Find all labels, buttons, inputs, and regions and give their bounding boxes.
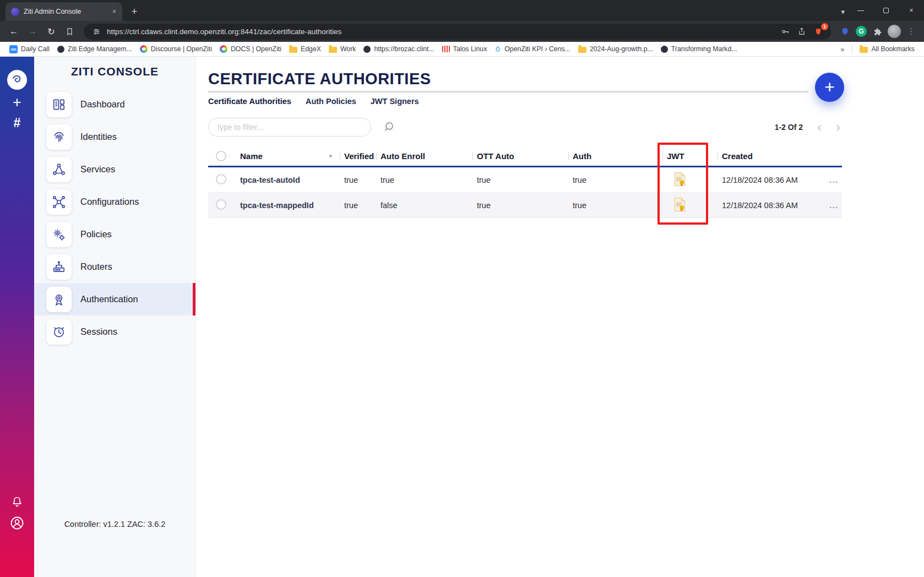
rail-hash-button[interactable]: # (14, 117, 21, 129)
reload-icon[interactable]: ↻ (43, 23, 59, 40)
row-menu-button[interactable]: ... (825, 175, 842, 184)
bookmark-folder[interactable]: EdgeX (285, 44, 325, 54)
tab-jwt-signers[interactable]: JWT Signers (371, 97, 419, 106)
sidebar-item-sessions[interactable]: Sessions (34, 315, 195, 348)
column-header-name[interactable]: Name▾ (233, 146, 340, 166)
brave-shield-icon[interactable]: 1 (812, 25, 824, 37)
bookmark-item[interactable]: zmDaily Call (6, 44, 53, 55)
sidebar-item-identities[interactable]: Identities (34, 121, 195, 153)
tab-close-icon[interactable]: × (111, 8, 118, 15)
bookmark-item[interactable]: Discourse | OpenZiti (136, 44, 216, 54)
select-all-checkbox[interactable] (216, 151, 226, 161)
column-header-auto-enroll[interactable]: Auto Enroll (376, 146, 472, 166)
bookmark-folder[interactable]: Work (325, 44, 360, 54)
back-icon[interactable]: ← (6, 23, 22, 40)
row-menu-button[interactable]: ... (825, 200, 842, 210)
ca-ott-auto: true (472, 176, 568, 184)
bookmark-item[interactable]: https://brozac.clint... (360, 44, 438, 54)
jwt-certificate-icon[interactable] (673, 197, 686, 212)
row-checkbox[interactable] (216, 199, 226, 210)
column-header-created[interactable]: Created (718, 146, 824, 166)
minimize-button[interactable]: — (848, 0, 873, 21)
ziti-logo-icon[interactable] (7, 70, 27, 90)
new-tab-button[interactable]: + (127, 4, 142, 19)
rail-add-button[interactable]: + (13, 95, 21, 110)
maximize-button[interactable] (873, 0, 899, 21)
bookmark-item[interactable]: Ziti Edge Managem... (53, 44, 136, 54)
folder-icon (860, 47, 868, 53)
tab-search-chevron-icon[interactable]: ▾ (841, 8, 845, 16)
profile-avatar[interactable] (887, 24, 901, 39)
column-header-ott-auto[interactable]: OTT Auto (472, 146, 568, 166)
bookmark-item[interactable]: OpenZiti KPI › Cens... (491, 44, 574, 54)
window-controls: — × (848, 0, 924, 21)
extensions-puzzle-icon[interactable] (871, 24, 885, 39)
ca-verified: true (340, 176, 376, 184)
bookmark-folder[interactable]: 2024-Aug-growth.p... (574, 44, 657, 54)
forward-icon[interactable]: → (24, 23, 41, 40)
tab-certificate-authorities[interactable]: Certificate Authorities (208, 97, 291, 106)
close-button[interactable]: × (899, 0, 924, 21)
page-next-icon[interactable]: › (836, 122, 840, 133)
password-key-icon[interactable] (779, 25, 791, 37)
sort-chevron-icon[interactable]: ▾ (329, 153, 332, 160)
fingerprint-icon (46, 124, 72, 150)
table-row[interactable]: tpca-test-autoId true true true true 12/… (208, 167, 842, 193)
section-tabs: Certificate Authorities Auth Policies JW… (208, 97, 924, 106)
table-header: Name▾ Verified Auto Enroll OTT Auto Auth… (208, 146, 842, 167)
bookmark-item[interactable]: Transforming Markd... (657, 44, 741, 54)
column-header-jwt[interactable]: JWT (662, 146, 718, 166)
plus-icon: + (824, 77, 835, 97)
blue-shield-extension-icon[interactable] (838, 24, 852, 39)
sidebar-item-services[interactable]: Services (34, 153, 195, 186)
bookmark-item[interactable]: DOCS | OpenZiti (216, 44, 285, 54)
browser-menu-icon[interactable]: ⋮ (904, 26, 918, 36)
bookmarks-overflow-button[interactable]: » (836, 45, 849, 53)
ca-created: 12/18/2024 08:36 AM (718, 176, 824, 184)
grammarly-extension-icon[interactable]: G (854, 24, 868, 39)
browser-tab[interactable]: Ziti Admin Console × (6, 2, 122, 21)
tab-auth-policies[interactable]: Auth Policies (306, 97, 356, 106)
column-header-auth[interactable]: Auth (568, 146, 662, 166)
ca-auth: true (568, 176, 662, 184)
ca-name[interactable]: tpca-test-mappedId (233, 201, 340, 210)
jwt-certificate-icon[interactable] (673, 172, 686, 187)
sidebar-item-policies[interactable]: Policies (34, 218, 195, 251)
site-favicon (363, 46, 371, 53)
router-icon (46, 254, 72, 280)
column-header-verified[interactable]: Verified (340, 146, 376, 166)
notifications-bell-icon[interactable] (10, 496, 24, 509)
sidebar-item-authentication[interactable]: Authentication (34, 283, 195, 315)
close-icon: × (909, 7, 913, 14)
sidebar: ZITI CONSOLE Dashboard Identities Servic… (34, 57, 196, 577)
folder-icon (578, 47, 586, 53)
filter-input[interactable] (208, 118, 371, 137)
search-icon[interactable] (383, 121, 396, 134)
sidebar-item-dashboard[interactable]: Dashboard (34, 88, 195, 121)
url-text[interactable]: https://ctrl.cdaws.clint.demo.openziti.o… (107, 28, 775, 36)
page-prev-icon[interactable]: ‹ (817, 122, 822, 133)
site-settings-icon[interactable] (90, 25, 102, 37)
sidebar-item-routers[interactable]: Routers (34, 251, 195, 283)
address-bar[interactable]: https://ctrl.cdaws.clint.demo.openziti.o… (84, 24, 831, 40)
clock-icon (46, 319, 72, 345)
all-bookmarks-button[interactable]: All Bookmarks (856, 44, 918, 54)
gears-icon (46, 222, 72, 247)
add-ca-button[interactable]: + (815, 73, 844, 102)
ca-table: Name▾ Verified Auto Enroll OTT Auto Auth… (208, 146, 842, 218)
network-nodes-icon (46, 157, 72, 182)
bookmark-icon[interactable] (62, 24, 77, 39)
ca-ott-auto: true (472, 201, 568, 210)
share-icon[interactable] (796, 25, 808, 37)
table-row[interactable]: tpca-test-mappedId true false true true … (208, 193, 842, 218)
ca-name[interactable]: tpca-test-autoId (233, 176, 340, 184)
pagination: 1-2 Of 2 ‹ › (775, 122, 840, 133)
account-icon[interactable] (9, 515, 25, 531)
sidebar-item-configurations[interactable]: Configurations (34, 186, 195, 218)
zoom-favicon: zm (9, 45, 18, 53)
avatar (888, 25, 901, 38)
version-footer: Controller: v1.2.1 ZAC: 3.6.2 (34, 520, 195, 529)
bookmark-item[interactable]: Talos Linux (438, 44, 491, 54)
row-checkbox[interactable] (216, 174, 226, 184)
column-header-actions (824, 146, 842, 166)
